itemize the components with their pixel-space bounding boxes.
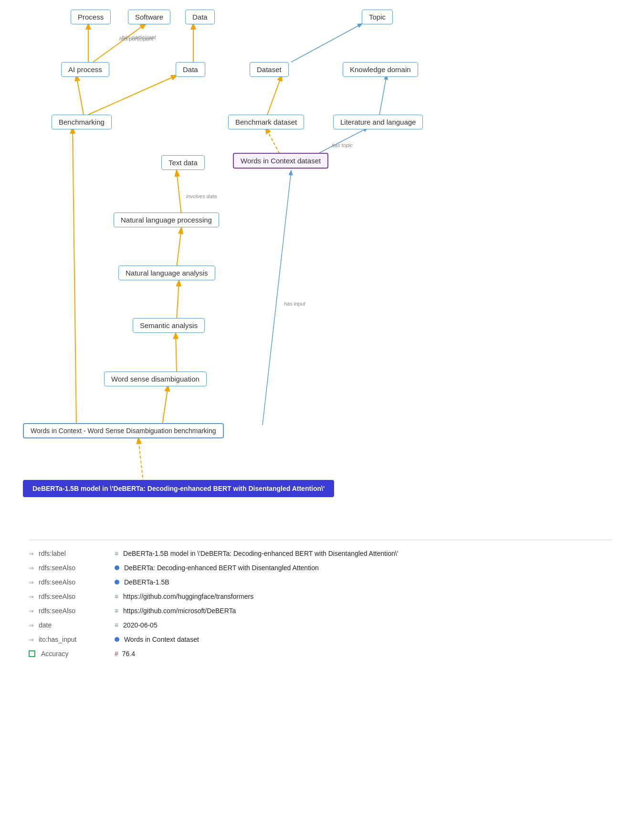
value-text-accuracy: 76.4 [122, 650, 135, 658]
node-literature-language[interactable]: Literature and language [333, 115, 423, 129]
arrows-svg: has participant has participant has topi… [0, 0, 641, 525]
node-nlp[interactable]: Natural language processing [114, 213, 219, 227]
info-value-label: ≡ DeBERTa-1.5B model in \'DeBERTa: Decod… [115, 550, 612, 557]
hash-icon: # [115, 650, 118, 658]
info-key-seealso-2: ⇒ rdfs:seeAlso [29, 578, 115, 586]
info-key-has-input: ⇒ ito:has_input [29, 636, 115, 643]
svg-line-19 [263, 171, 291, 425]
list-icon-1: ≡ [115, 550, 118, 557]
info-row-accuracy: Accuracy # 76.4 [29, 650, 612, 658]
double-arrow-icon-3: ⇒ [29, 579, 34, 586]
svg-line-5 [76, 75, 84, 115]
info-row-label: ⇒ rdfs:label ≡ DeBERTa-1.5B model in \'D… [29, 550, 612, 557]
list-icon-5: ≡ [115, 607, 118, 615]
value-text-has-input: Words in Context dataset [124, 636, 199, 643]
svg-line-7 [267, 75, 282, 115]
double-arrow-icon-1: ⇒ [29, 550, 34, 557]
svg-line-18 [73, 128, 76, 425]
double-arrow-icon-6: ⇒ [29, 622, 34, 629]
node-text-data[interactable]: Text data [161, 155, 205, 170]
info-key-label: ⇒ rdfs:label [29, 550, 115, 557]
key-text-label: rdfs:label [39, 550, 66, 557]
info-row-seealso-3: ⇒ rdfs:seeAlso ≡ https://github.com/hugg… [29, 593, 612, 600]
node-dataset[interactable]: Dataset [250, 62, 289, 77]
info-key-seealso-4: ⇒ rdfs:seeAlso [29, 607, 115, 615]
list-icon-4: ≡ [115, 593, 118, 600]
node-benchmark-dataset[interactable]: Benchmark dataset [228, 115, 304, 129]
double-arrow-icon-4: ⇒ [29, 593, 34, 600]
info-value-seealso-2: DeBERTa-1.5B [115, 578, 612, 586]
diagram-area: has participant has participant has topi… [0, 0, 641, 525]
value-text-label: DeBERTa-1.5B model in \'DeBERTa: Decodin… [123, 550, 398, 557]
value-text-seealso-1: DeBERTa: Decoding-enhanced BERT with Dis… [124, 564, 319, 572]
info-row-date: ⇒ date ≡ 2020-06-05 [29, 621, 612, 629]
node-wic-benchmarking[interactable]: Words in Context - Word Sense Disambigua… [23, 423, 224, 438]
value-text-seealso-4: https://github.com/microsoft/DeBERTa [123, 607, 236, 615]
info-value-seealso-4: ≡ https://github.com/microsoft/DeBERTa [115, 607, 612, 615]
value-text-seealso-2: DeBERTa-1.5B [124, 578, 169, 586]
node-ai-process[interactable]: AI process [61, 62, 109, 77]
node-wsd[interactable]: Word sense disambiguation [104, 372, 207, 386]
info-row-seealso-2: ⇒ rdfs:seeAlso DeBERTa-1.5B [29, 578, 612, 586]
edge-label-has-participant: has participant [119, 36, 154, 42]
value-text-date: 2020-06-05 [123, 621, 158, 629]
info-row-seealso-1: ⇒ rdfs:seeAlso DeBERTa: Decoding-enhance… [29, 564, 612, 572]
svg-line-1 [93, 24, 146, 62]
svg-text:has topic: has topic [332, 142, 353, 148]
double-arrow-icon-7: ⇒ [29, 636, 34, 643]
info-value-seealso-3: ≡ https://github.com/huggingface/transfo… [115, 593, 612, 600]
info-value-seealso-1: DeBERTa: Decoding-enhanced BERT with Dis… [115, 564, 612, 572]
key-text-accuracy: Accuracy [41, 650, 69, 658]
svg-line-14 [177, 228, 181, 267]
node-data-top[interactable]: Data [185, 10, 215, 24]
key-text-seealso-3: rdfs:seeAlso [39, 593, 75, 600]
svg-text:involves data: involves data [186, 193, 217, 199]
list-icon-6: ≡ [115, 621, 118, 629]
svg-text:has input: has input [284, 301, 306, 307]
info-row-seealso-4: ⇒ rdfs:seeAlso ≡ https://github.com/micr… [29, 607, 612, 615]
svg-line-15 [177, 281, 179, 320]
node-benchmarking[interactable]: Benchmarking [52, 115, 112, 129]
svg-line-16 [176, 333, 177, 372]
info-key-accuracy: Accuracy [29, 650, 115, 658]
node-semantic-analysis[interactable]: Semantic analysis [133, 318, 205, 333]
value-text-seealso-3: https://github.com/huggingface/transform… [123, 593, 253, 600]
info-value-date: ≡ 2020-06-05 [115, 621, 612, 629]
dot-icon-3 [115, 580, 119, 585]
double-arrow-icon-2: ⇒ [29, 564, 34, 572]
rect-green-icon [29, 650, 35, 657]
info-value-has-input: Words in Context dataset [115, 636, 612, 643]
node-deberta[interactable]: DeBERTa-1.5B model in \'DeBERTa: Decodin… [23, 480, 334, 497]
double-arrow-icon-5: ⇒ [29, 607, 34, 615]
key-text-seealso-4: rdfs:seeAlso [39, 607, 75, 615]
info-value-accuracy: # 76.4 [115, 650, 612, 658]
node-nla[interactable]: Natural language analysis [118, 266, 215, 280]
dot-icon-7 [115, 637, 119, 642]
node-wic-dataset[interactable]: Words in Context dataset [233, 153, 328, 169]
key-text-seealso-2: rdfs:seeAlso [39, 578, 75, 586]
info-key-seealso-3: ⇒ rdfs:seeAlso [29, 593, 115, 600]
svg-line-21 [138, 438, 143, 482]
key-text-seealso-1: rdfs:seeAlso [39, 564, 75, 572]
svg-text:has participant: has participant [122, 34, 156, 40]
node-process[interactable]: Process [71, 10, 111, 24]
key-text-has-input: ito:has_input [39, 636, 76, 643]
svg-line-12 [177, 171, 181, 215]
svg-line-17 [162, 386, 168, 425]
dot-icon-2 [115, 565, 119, 570]
info-key-date: ⇒ date [29, 621, 115, 629]
svg-line-6 [88, 75, 177, 115]
key-text-date: date [39, 621, 52, 629]
node-knowledge-domain[interactable]: Knowledge domain [343, 62, 418, 77]
svg-line-8 [379, 75, 387, 115]
node-software[interactable]: Software [128, 10, 170, 24]
svg-line-4 [291, 24, 362, 62]
info-key-seealso-1: ⇒ rdfs:seeAlso [29, 564, 115, 572]
node-topic[interactable]: Topic [362, 10, 393, 24]
info-panel: ⇒ rdfs:label ≡ DeBERTa-1.5B model in \'D… [29, 540, 612, 658]
node-data-mid[interactable]: Data [176, 62, 205, 77]
info-row-has-input: ⇒ ito:has_input Words in Context dataset [29, 636, 612, 643]
